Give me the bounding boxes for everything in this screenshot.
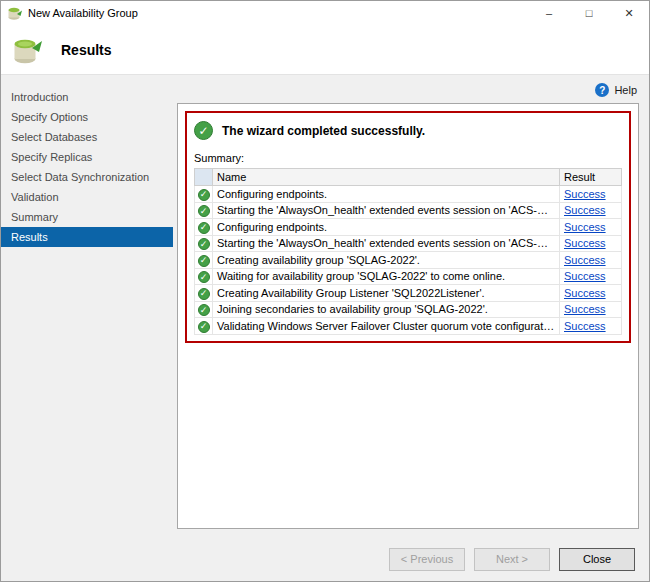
help-row: ? Help bbox=[177, 79, 639, 103]
task-name: Creating availability group 'SQLAG-2022'… bbox=[213, 252, 560, 269]
app-icon bbox=[7, 5, 23, 21]
success-link[interactable]: Success bbox=[564, 270, 606, 282]
wizard-database-icon bbox=[11, 33, 45, 67]
success-check-icon: ✓ bbox=[198, 238, 210, 250]
sidebar: IntroductionSpecify OptionsSelect Databa… bbox=[1, 75, 173, 537]
summary-table-body: ✓Configuring endpoints.Success✓Starting … bbox=[195, 186, 622, 335]
task-name: Creating Availability Group Listener 'SQ… bbox=[213, 285, 560, 302]
sidebar-item-results[interactable]: Results bbox=[1, 227, 173, 247]
task-name: Starting the 'AlwaysOn_health' extended … bbox=[213, 235, 560, 252]
window-title: New Availability Group bbox=[28, 7, 529, 19]
success-link[interactable]: Success bbox=[564, 254, 606, 266]
page-title: Results bbox=[61, 42, 112, 58]
next-button[interactable]: Next > bbox=[474, 548, 550, 571]
table-row: ✓Validating Windows Server Failover Clus… bbox=[195, 318, 622, 335]
name-column-header: Name bbox=[213, 169, 560, 186]
sidebar-item-specify-options[interactable]: Specify Options bbox=[1, 107, 173, 127]
sidebar-item-validation[interactable]: Validation bbox=[1, 187, 173, 207]
content-area: ? Help ✓ The wizard completed successful… bbox=[173, 75, 649, 537]
task-name: Validating Windows Server Failover Clust… bbox=[213, 318, 560, 335]
status-message: The wizard completed successfully. bbox=[222, 124, 425, 138]
success-check-icon: ✓ bbox=[194, 121, 213, 140]
annotation-highlight-box: ✓ The wizard completed successfully. Sum… bbox=[185, 111, 631, 343]
success-link[interactable]: Success bbox=[564, 221, 606, 233]
table-row: ✓Starting the 'AlwaysOn_health' extended… bbox=[195, 235, 622, 252]
success-link[interactable]: Success bbox=[564, 287, 606, 299]
close-window-button[interactable]: ✕ bbox=[609, 1, 649, 25]
results-panel: ✓ The wizard completed successfully. Sum… bbox=[177, 103, 639, 529]
minimize-button[interactable]: – bbox=[529, 1, 569, 25]
wizard-window: New Availability Group – □ ✕ Results Int… bbox=[0, 0, 650, 582]
success-check-icon: ✓ bbox=[198, 205, 210, 217]
success-check-icon: ✓ bbox=[198, 255, 210, 267]
success-check-icon: ✓ bbox=[198, 271, 210, 283]
previous-button[interactable]: < Previous bbox=[389, 548, 465, 571]
success-check-icon: ✓ bbox=[198, 189, 210, 201]
sidebar-item-introduction[interactable]: Introduction bbox=[1, 87, 173, 107]
success-link[interactable]: Success bbox=[564, 204, 606, 216]
task-name: Configuring endpoints. bbox=[213, 186, 560, 203]
table-row: ✓Joining secondaries to availability gro… bbox=[195, 301, 622, 318]
table-header-row: Name Result bbox=[195, 169, 622, 186]
summary-label: Summary: bbox=[194, 152, 622, 164]
sidebar-item-select-data-synchronization[interactable]: Select Data Synchronization bbox=[1, 167, 173, 187]
sidebar-item-specify-replicas[interactable]: Specify Replicas bbox=[1, 147, 173, 167]
icon-column-header bbox=[195, 169, 213, 186]
success-check-icon: ✓ bbox=[198, 304, 210, 316]
help-link[interactable]: Help bbox=[614, 84, 637, 96]
success-check-icon: ✓ bbox=[198, 222, 210, 234]
table-row: ✓Starting the 'AlwaysOn_health' extended… bbox=[195, 202, 622, 219]
task-name: Configuring endpoints. bbox=[213, 219, 560, 236]
footer-buttons: < Previous Next > Close bbox=[1, 537, 649, 581]
help-icon: ? bbox=[595, 83, 609, 97]
success-link[interactable]: Success bbox=[564, 303, 606, 315]
task-name: Joining secondaries to availability grou… bbox=[213, 301, 560, 318]
titlebar: New Availability Group – □ ✕ bbox=[1, 1, 649, 25]
table-row: ✓Configuring endpoints.Success bbox=[195, 219, 622, 236]
table-row: ✓Creating availability group 'SQLAG-2022… bbox=[195, 252, 622, 269]
result-column-header: Result bbox=[560, 169, 622, 186]
table-row: ✓Creating Availability Group Listener 'S… bbox=[195, 285, 622, 302]
success-check-icon: ✓ bbox=[198, 288, 210, 300]
table-row: ✓Configuring endpoints.Success bbox=[195, 186, 622, 203]
task-name: Waiting for availability group 'SQLAG-20… bbox=[213, 268, 560, 285]
maximize-button[interactable]: □ bbox=[569, 1, 609, 25]
success-check-icon: ✓ bbox=[198, 321, 210, 333]
success-link[interactable]: Success bbox=[564, 237, 606, 249]
close-button[interactable]: Close bbox=[559, 548, 635, 571]
success-link[interactable]: Success bbox=[564, 320, 606, 332]
sidebar-item-select-databases[interactable]: Select Databases bbox=[1, 127, 173, 147]
success-link[interactable]: Success bbox=[564, 188, 606, 200]
task-name: Starting the 'AlwaysOn_health' extended … bbox=[213, 202, 560, 219]
status-row: ✓ The wizard completed successfully. bbox=[194, 121, 622, 140]
summary-table: Name Result ✓Configuring endpoints.Succe… bbox=[194, 168, 622, 335]
sidebar-item-summary[interactable]: Summary bbox=[1, 207, 173, 227]
table-row: ✓Waiting for availability group 'SQLAG-2… bbox=[195, 268, 622, 285]
wizard-header: Results bbox=[1, 25, 649, 75]
